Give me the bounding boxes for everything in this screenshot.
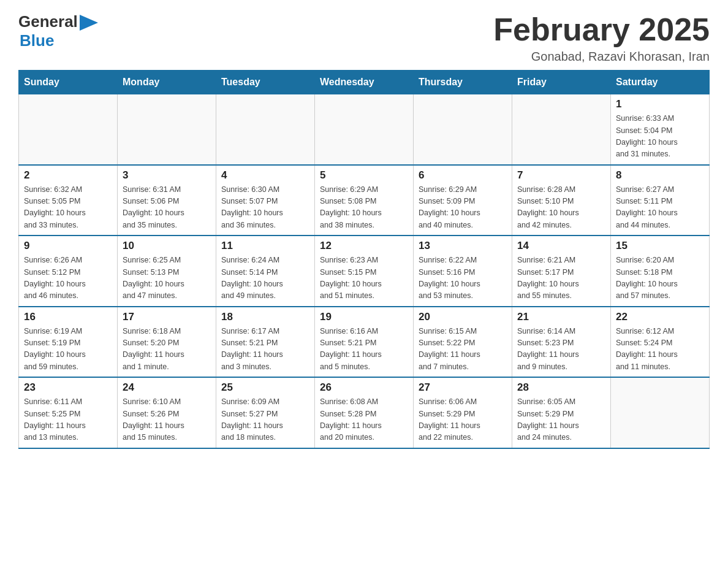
calendar-cell: 12Sunrise: 6:23 AM Sunset: 5:15 PM Dayli…: [315, 236, 414, 307]
day-info: Sunrise: 6:05 AM Sunset: 5:29 PM Dayligh…: [517, 396, 605, 444]
calendar-cell: 16Sunrise: 6:19 AM Sunset: 5:19 PM Dayli…: [19, 307, 118, 378]
calendar-cell: 28Sunrise: 6:05 AM Sunset: 5:29 PM Dayli…: [512, 377, 611, 448]
day-number: 14: [517, 240, 605, 252]
calendar-cell: 15Sunrise: 6:20 AM Sunset: 5:18 PM Dayli…: [611, 236, 710, 307]
day-number: 27: [419, 381, 507, 394]
day-number: 1: [616, 98, 704, 110]
calendar-header: SundayMondayTuesdayWednesdayThursdayFrid…: [19, 71, 710, 94]
day-info: Sunrise: 6:24 AM Sunset: 5:14 PM Dayligh…: [221, 255, 309, 302]
calendar-cell: 18Sunrise: 6:17 AM Sunset: 5:21 PM Dayli…: [216, 307, 315, 378]
day-info: Sunrise: 6:17 AM Sunset: 5:21 PM Dayligh…: [221, 326, 309, 373]
calendar-cell: 23Sunrise: 6:11 AM Sunset: 5:25 PM Dayli…: [19, 377, 118, 448]
logo-blue-text: Blue: [20, 31, 54, 50]
day-number: 24: [123, 381, 211, 394]
calendar-week-2: 2Sunrise: 6:32 AM Sunset: 5:05 PM Daylig…: [19, 165, 710, 236]
day-info: Sunrise: 6:18 AM Sunset: 5:20 PM Dayligh…: [123, 326, 211, 373]
calendar-cell: 19Sunrise: 6:16 AM Sunset: 5:21 PM Dayli…: [315, 307, 414, 378]
calendar-cell: 25Sunrise: 6:09 AM Sunset: 5:27 PM Dayli…: [216, 377, 315, 448]
day-number: 12: [320, 240, 408, 252]
day-number: 6: [419, 169, 507, 182]
calendar-cell: 22Sunrise: 6:12 AM Sunset: 5:24 PM Dayli…: [611, 307, 710, 378]
calendar-cell: 7Sunrise: 6:28 AM Sunset: 5:10 PM Daylig…: [512, 165, 611, 236]
day-info: Sunrise: 6:25 AM Sunset: 5:13 PM Dayligh…: [123, 255, 211, 302]
calendar-cell: 8Sunrise: 6:27 AM Sunset: 5:11 PM Daylig…: [611, 165, 710, 236]
calendar-cell: 3Sunrise: 6:31 AM Sunset: 5:06 PM Daylig…: [118, 165, 216, 236]
calendar-cell: [19, 94, 118, 165]
calendar-cell: 1Sunrise: 6:33 AM Sunset: 5:04 PM Daylig…: [611, 94, 710, 165]
day-number: 28: [517, 381, 605, 394]
calendar-cell: 13Sunrise: 6:22 AM Sunset: 5:16 PM Dayli…: [414, 236, 512, 307]
calendar-cell: 2Sunrise: 6:32 AM Sunset: 5:05 PM Daylig…: [19, 165, 118, 236]
day-info: Sunrise: 6:16 AM Sunset: 5:21 PM Dayligh…: [320, 326, 408, 373]
day-number: 23: [24, 381, 112, 394]
day-number: 26: [320, 381, 408, 394]
day-info: Sunrise: 6:08 AM Sunset: 5:28 PM Dayligh…: [320, 396, 408, 444]
day-info: Sunrise: 6:21 AM Sunset: 5:17 PM Dayligh…: [517, 255, 605, 302]
weekday-header-saturday: Saturday: [611, 71, 710, 94]
logo: General Blue: [18, 12, 98, 50]
day-number: 21: [517, 311, 605, 323]
title-block: February 2025 Gonabad, Razavi Khorasan, …: [493, 12, 710, 64]
day-number: 25: [221, 381, 309, 394]
day-info: Sunrise: 6:20 AM Sunset: 5:18 PM Dayligh…: [616, 255, 704, 302]
day-number: 13: [419, 240, 507, 252]
calendar-cell: [315, 94, 414, 165]
day-info: Sunrise: 6:29 AM Sunset: 5:09 PM Dayligh…: [419, 184, 507, 232]
day-number: 8: [616, 169, 704, 182]
day-info: Sunrise: 6:15 AM Sunset: 5:22 PM Dayligh…: [419, 326, 507, 373]
day-number: 16: [24, 311, 112, 323]
day-number: 15: [616, 240, 704, 252]
day-info: Sunrise: 6:33 AM Sunset: 5:04 PM Dayligh…: [616, 113, 704, 161]
day-info: Sunrise: 6:10 AM Sunset: 5:26 PM Dayligh…: [123, 396, 211, 444]
day-number: 20: [419, 311, 507, 323]
svg-marker-0: [80, 15, 98, 31]
page-header: General Blue February 2025 Gonabad, Raza…: [18, 12, 710, 64]
calendar-cell: [611, 377, 710, 448]
day-info: Sunrise: 6:26 AM Sunset: 5:12 PM Dayligh…: [24, 255, 112, 302]
day-number: 17: [123, 311, 211, 323]
calendar-cell: 26Sunrise: 6:08 AM Sunset: 5:28 PM Dayli…: [315, 377, 414, 448]
weekday-header-monday: Monday: [118, 71, 216, 94]
day-info: Sunrise: 6:22 AM Sunset: 5:16 PM Dayligh…: [419, 255, 507, 302]
calendar-cell: 27Sunrise: 6:06 AM Sunset: 5:29 PM Dayli…: [414, 377, 512, 448]
day-info: Sunrise: 6:31 AM Sunset: 5:06 PM Dayligh…: [123, 184, 211, 232]
calendar-title: February 2025: [493, 12, 710, 47]
weekday-header-sunday: Sunday: [19, 71, 118, 94]
day-info: Sunrise: 6:29 AM Sunset: 5:08 PM Dayligh…: [320, 184, 408, 232]
weekday-header-friday: Friday: [512, 71, 611, 94]
day-info: Sunrise: 6:12 AM Sunset: 5:24 PM Dayligh…: [616, 326, 704, 373]
logo-arrow-icon: [80, 15, 98, 31]
weekday-header-tuesday: Tuesday: [216, 71, 315, 94]
weekday-header-thursday: Thursday: [414, 71, 512, 94]
calendar-cell: 21Sunrise: 6:14 AM Sunset: 5:23 PM Dayli…: [512, 307, 611, 378]
calendar-week-4: 16Sunrise: 6:19 AM Sunset: 5:19 PM Dayli…: [19, 307, 710, 378]
calendar-week-3: 9Sunrise: 6:26 AM Sunset: 5:12 PM Daylig…: [19, 236, 710, 307]
calendar-cell: 20Sunrise: 6:15 AM Sunset: 5:22 PM Dayli…: [414, 307, 512, 378]
calendar-cell: 14Sunrise: 6:21 AM Sunset: 5:17 PM Dayli…: [512, 236, 611, 307]
calendar-cell: 9Sunrise: 6:26 AM Sunset: 5:12 PM Daylig…: [19, 236, 118, 307]
day-number: 3: [123, 169, 211, 182]
day-info: Sunrise: 6:32 AM Sunset: 5:05 PM Dayligh…: [24, 184, 112, 232]
calendar-cell: [512, 94, 611, 165]
day-info: Sunrise: 6:27 AM Sunset: 5:11 PM Dayligh…: [616, 184, 704, 232]
day-info: Sunrise: 6:14 AM Sunset: 5:23 PM Dayligh…: [517, 326, 605, 373]
day-info: Sunrise: 6:19 AM Sunset: 5:19 PM Dayligh…: [24, 326, 112, 373]
calendar-cell: 10Sunrise: 6:25 AM Sunset: 5:13 PM Dayli…: [118, 236, 216, 307]
day-info: Sunrise: 6:23 AM Sunset: 5:15 PM Dayligh…: [320, 255, 408, 302]
logo-general-text: General: [18, 12, 78, 31]
day-info: Sunrise: 6:28 AM Sunset: 5:10 PM Dayligh…: [517, 184, 605, 232]
day-number: 11: [221, 240, 309, 252]
day-number: 10: [123, 240, 211, 252]
calendar-cell: 4Sunrise: 6:30 AM Sunset: 5:07 PM Daylig…: [216, 165, 315, 236]
day-info: Sunrise: 6:11 AM Sunset: 5:25 PM Dayligh…: [24, 396, 112, 444]
calendar-cell: 6Sunrise: 6:29 AM Sunset: 5:09 PM Daylig…: [414, 165, 512, 236]
calendar-cell: [414, 94, 512, 165]
day-number: 19: [320, 311, 408, 323]
day-number: 4: [221, 169, 309, 182]
day-info: Sunrise: 6:30 AM Sunset: 5:07 PM Dayligh…: [221, 184, 309, 232]
calendar-cell: [118, 94, 216, 165]
calendar-cell: 24Sunrise: 6:10 AM Sunset: 5:26 PM Dayli…: [118, 377, 216, 448]
weekday-header-wednesday: Wednesday: [315, 71, 414, 94]
calendar-body: 1Sunrise: 6:33 AM Sunset: 5:04 PM Daylig…: [19, 94, 710, 448]
calendar-cell: 5Sunrise: 6:29 AM Sunset: 5:08 PM Daylig…: [315, 165, 414, 236]
